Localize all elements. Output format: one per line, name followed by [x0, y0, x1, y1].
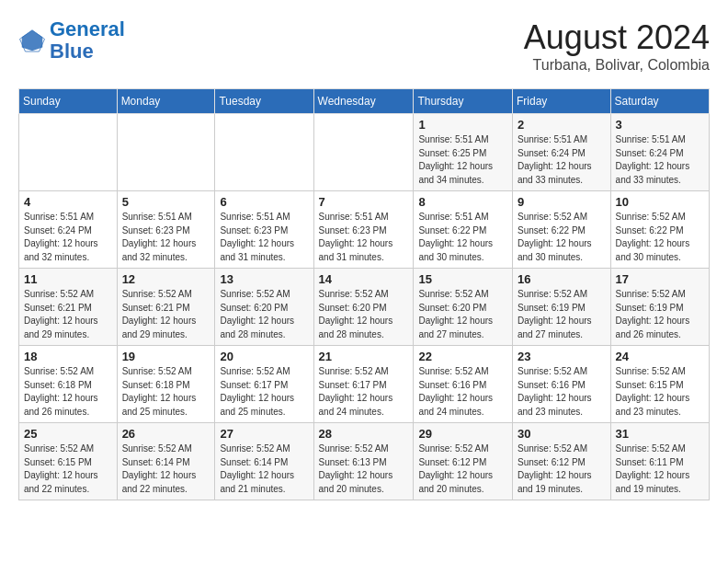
day-info: Sunrise: 5:52 AM Sunset: 6:12 PM Dayligh…: [418, 442, 507, 496]
calendar-cell: 5Sunrise: 5:51 AM Sunset: 6:23 PM Daylig…: [117, 191, 215, 269]
calendar-cell: 15Sunrise: 5:52 AM Sunset: 6:20 PM Dayli…: [414, 269, 513, 346]
day-number: 3: [616, 118, 704, 132]
calendar-week-row: 11Sunrise: 5:52 AM Sunset: 6:21 PM Dayli…: [19, 269, 710, 346]
day-info: Sunrise: 5:52 AM Sunset: 6:21 PM Dayligh…: [24, 288, 112, 341]
calendar-table: SundayMondayTuesdayWednesdayThursdayFrid…: [18, 88, 710, 500]
day-number: 21: [319, 350, 409, 363]
day-number: 17: [616, 272, 704, 286]
logo: General Blue: [18, 18, 125, 63]
day-info: Sunrise: 5:52 AM Sunset: 6:21 PM Dayligh…: [122, 288, 210, 341]
calendar-cell: [313, 114, 414, 191]
day-number: 15: [418, 272, 507, 286]
day-info: Sunrise: 5:51 AM Sunset: 6:24 PM Dayligh…: [518, 133, 606, 187]
calendar-cell: 11Sunrise: 5:52 AM Sunset: 6:21 PM Dayli…: [19, 269, 118, 346]
day-info: Sunrise: 5:52 AM Sunset: 6:13 PM Dayligh…: [319, 442, 409, 496]
day-info: Sunrise: 5:51 AM Sunset: 6:22 PM Dayligh…: [418, 211, 507, 264]
day-info: Sunrise: 5:52 AM Sunset: 6:20 PM Dayligh…: [319, 288, 409, 341]
day-info: Sunrise: 5:52 AM Sunset: 6:22 PM Dayligh…: [616, 211, 704, 264]
location: Turbana, Bolivar, Colombia: [524, 57, 710, 74]
calendar-cell: 21Sunrise: 5:52 AM Sunset: 6:17 PM Dayli…: [313, 346, 414, 423]
day-info: Sunrise: 5:52 AM Sunset: 6:16 PM Dayligh…: [518, 365, 606, 419]
logo-icon: [18, 27, 46, 54]
calendar-cell: 30Sunrise: 5:52 AM Sunset: 6:12 PM Dayli…: [512, 423, 610, 500]
calendar-cell: 14Sunrise: 5:52 AM Sunset: 6:20 PM Dayli…: [313, 269, 414, 346]
day-info: Sunrise: 5:52 AM Sunset: 6:16 PM Dayligh…: [418, 365, 507, 419]
day-number: 31: [616, 427, 704, 441]
calendar-cell: 8Sunrise: 5:51 AM Sunset: 6:22 PM Daylig…: [414, 191, 513, 269]
day-number: 19: [122, 350, 210, 363]
calendar-cell: 29Sunrise: 5:52 AM Sunset: 6:12 PM Dayli…: [414, 423, 513, 500]
day-number: 12: [122, 272, 210, 286]
calendar-cell: 6Sunrise: 5:51 AM Sunset: 6:23 PM Daylig…: [215, 191, 313, 269]
weekday-header: Friday: [512, 89, 610, 114]
weekday-header: Sunday: [19, 89, 118, 114]
calendar-cell: 13Sunrise: 5:52 AM Sunset: 6:20 PM Dayli…: [215, 269, 313, 346]
day-number: 8: [418, 195, 507, 209]
day-number: 1: [418, 118, 507, 132]
calendar-cell: 25Sunrise: 5:52 AM Sunset: 6:15 PM Dayli…: [19, 423, 118, 500]
calendar-week-row: 18Sunrise: 5:52 AM Sunset: 6:18 PM Dayli…: [19, 346, 710, 423]
day-info: Sunrise: 5:52 AM Sunset: 6:19 PM Dayligh…: [616, 288, 704, 341]
day-info: Sunrise: 5:51 AM Sunset: 6:23 PM Dayligh…: [220, 211, 308, 264]
calendar-cell: 9Sunrise: 5:52 AM Sunset: 6:22 PM Daylig…: [512, 191, 610, 269]
day-info: Sunrise: 5:52 AM Sunset: 6:20 PM Dayligh…: [418, 288, 507, 341]
calendar-body: 1Sunrise: 5:51 AM Sunset: 6:25 PM Daylig…: [19, 114, 710, 500]
day-number: 29: [418, 427, 507, 441]
day-number: 11: [24, 272, 112, 286]
title-block: August 2024 Turbana, Bolivar, Colombia: [524, 18, 710, 74]
day-number: 25: [24, 427, 112, 441]
weekday-header: Saturday: [610, 89, 709, 114]
day-number: 22: [418, 350, 507, 363]
calendar-cell: 31Sunrise: 5:52 AM Sunset: 6:11 PM Dayli…: [610, 423, 709, 500]
page-header: General Blue August 2024 Turbana, Boliva…: [18, 18, 710, 74]
calendar-cell: 28Sunrise: 5:52 AM Sunset: 6:13 PM Dayli…: [313, 423, 414, 500]
day-number: 16: [518, 272, 606, 286]
day-info: Sunrise: 5:52 AM Sunset: 6:17 PM Dayligh…: [319, 365, 409, 419]
calendar-cell: 12Sunrise: 5:52 AM Sunset: 6:21 PM Dayli…: [117, 269, 215, 346]
day-number: 6: [220, 195, 308, 209]
calendar-cell: 1Sunrise: 5:51 AM Sunset: 6:25 PM Daylig…: [414, 114, 513, 191]
calendar-cell: 23Sunrise: 5:52 AM Sunset: 6:16 PM Dayli…: [512, 346, 610, 423]
day-info: Sunrise: 5:51 AM Sunset: 6:25 PM Dayligh…: [418, 133, 507, 187]
calendar-cell: 7Sunrise: 5:51 AM Sunset: 6:23 PM Daylig…: [313, 191, 414, 269]
day-info: Sunrise: 5:52 AM Sunset: 6:11 PM Dayligh…: [616, 442, 704, 496]
day-info: Sunrise: 5:52 AM Sunset: 6:18 PM Dayligh…: [122, 365, 210, 419]
calendar-cell: 4Sunrise: 5:51 AM Sunset: 6:24 PM Daylig…: [19, 191, 118, 269]
day-info: Sunrise: 5:52 AM Sunset: 6:15 PM Dayligh…: [616, 365, 704, 419]
day-info: Sunrise: 5:52 AM Sunset: 6:19 PM Dayligh…: [518, 288, 606, 341]
weekday-header: Wednesday: [313, 89, 414, 114]
day-info: Sunrise: 5:51 AM Sunset: 6:23 PM Dayligh…: [122, 211, 210, 264]
calendar-week-row: 4Sunrise: 5:51 AM Sunset: 6:24 PM Daylig…: [19, 191, 710, 269]
day-info: Sunrise: 5:51 AM Sunset: 6:24 PM Dayligh…: [24, 211, 112, 264]
calendar-cell: 17Sunrise: 5:52 AM Sunset: 6:19 PM Dayli…: [610, 269, 709, 346]
weekday-header: Thursday: [414, 89, 513, 114]
day-number: 28: [319, 427, 409, 441]
header-row: SundayMondayTuesdayWednesdayThursdayFrid…: [19, 89, 710, 114]
day-number: 9: [518, 195, 606, 209]
calendar-cell: 16Sunrise: 5:52 AM Sunset: 6:19 PM Dayli…: [512, 269, 610, 346]
day-info: Sunrise: 5:52 AM Sunset: 6:14 PM Dayligh…: [122, 442, 210, 496]
weekday-header: Tuesday: [215, 89, 313, 114]
day-number: 4: [24, 195, 112, 209]
calendar-cell: 24Sunrise: 5:52 AM Sunset: 6:15 PM Dayli…: [610, 346, 709, 423]
day-info: Sunrise: 5:52 AM Sunset: 6:15 PM Dayligh…: [24, 442, 112, 496]
day-info: Sunrise: 5:52 AM Sunset: 6:22 PM Dayligh…: [518, 211, 606, 264]
day-number: 5: [122, 195, 210, 209]
calendar-cell: 3Sunrise: 5:51 AM Sunset: 6:24 PM Daylig…: [610, 114, 709, 191]
calendar-week-row: 1Sunrise: 5:51 AM Sunset: 6:25 PM Daylig…: [19, 114, 710, 191]
logo-blue: Blue: [50, 40, 94, 63]
calendar-cell: [117, 114, 215, 191]
calendar-cell: 10Sunrise: 5:52 AM Sunset: 6:22 PM Dayli…: [610, 191, 709, 269]
day-number: 24: [616, 350, 704, 363]
day-info: Sunrise: 5:52 AM Sunset: 6:17 PM Dayligh…: [220, 365, 308, 419]
calendar-week-row: 25Sunrise: 5:52 AM Sunset: 6:15 PM Dayli…: [19, 423, 710, 500]
calendar-cell: 18Sunrise: 5:52 AM Sunset: 6:18 PM Dayli…: [19, 346, 118, 423]
month-year: August 2024: [524, 18, 710, 57]
calendar-cell: 27Sunrise: 5:52 AM Sunset: 6:14 PM Dayli…: [215, 423, 313, 500]
day-number: 14: [319, 272, 409, 286]
day-number: 2: [518, 118, 606, 132]
day-info: Sunrise: 5:51 AM Sunset: 6:23 PM Dayligh…: [319, 211, 409, 264]
calendar-cell: 19Sunrise: 5:52 AM Sunset: 6:18 PM Dayli…: [117, 346, 215, 423]
calendar-cell: [215, 114, 313, 191]
logo-general: General: [50, 17, 125, 40]
